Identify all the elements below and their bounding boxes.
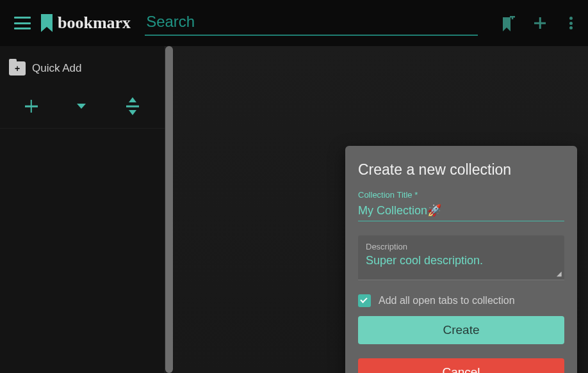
- sidebar-dropdown-icon[interactable]: [77, 104, 86, 109]
- search-input[interactable]: [145, 10, 478, 36]
- menu-icon[interactable]: [14, 17, 31, 29]
- dialog-title: Create a new collection: [358, 161, 564, 179]
- quick-add-label: Quick Add: [32, 62, 82, 75]
- main-panel: ks to get started. Cancel Create a new c…: [165, 46, 588, 373]
- add-tabs-checkbox-label: Add all open tabs to collection: [379, 295, 515, 306]
- more-menu-icon[interactable]: [569, 17, 573, 29]
- quick-add-button[interactable]: + Quick Add: [0, 58, 165, 84]
- bookmark-icon: [40, 14, 54, 32]
- brand-name: bookmarx: [58, 13, 131, 33]
- sidebar-actions: [0, 84, 165, 129]
- app-body: + Quick Add ks to get started. Cancel: [0, 46, 588, 373]
- search-field-wrap: [145, 10, 478, 36]
- create-button-label: Create: [443, 323, 479, 337]
- brand-logo[interactable]: bookmarx: [40, 13, 131, 33]
- scrollbar[interactable]: [165, 46, 173, 373]
- cancel-button[interactable]: Cancel: [358, 358, 564, 373]
- app-root: bookmarx + Qu: [0, 0, 588, 373]
- cancel-button-label: Cancel: [442, 365, 480, 373]
- create-collection-dialog: Create a new collection Collection Title…: [345, 146, 577, 373]
- description-field: Description ◢: [358, 235, 564, 280]
- sidebar-add-icon[interactable]: [25, 100, 38, 113]
- topbar-actions: [501, 16, 576, 30]
- topbar: bookmarx: [0, 0, 588, 46]
- description-label: Description: [366, 242, 557, 251]
- sidebar: + Quick Add: [0, 46, 165, 373]
- svg-rect-1: [512, 16, 514, 19]
- folder-plus-icon: +: [9, 61, 26, 75]
- collection-title-label: Collection Title *: [358, 190, 564, 200]
- resize-grip-icon[interactable]: ◢: [557, 270, 562, 277]
- plus-icon[interactable]: [533, 16, 547, 30]
- add-tabs-checkbox-row: Add all open tabs to collection: [358, 294, 564, 307]
- sidebar-collapse-icon[interactable]: [125, 99, 140, 114]
- description-input[interactable]: [366, 254, 557, 272]
- add-tabs-checkbox[interactable]: [358, 294, 371, 307]
- create-button[interactable]: Create: [358, 316, 564, 344]
- collection-title-input[interactable]: [358, 201, 564, 221]
- add-bookmark-icon[interactable]: [501, 16, 515, 30]
